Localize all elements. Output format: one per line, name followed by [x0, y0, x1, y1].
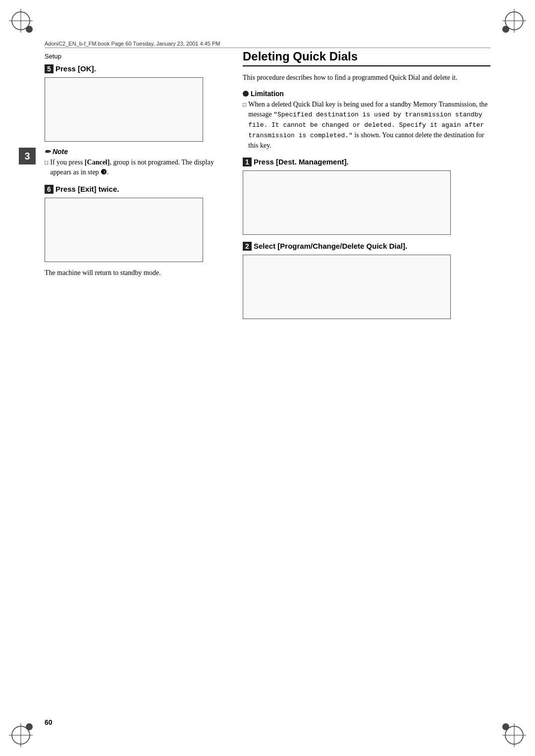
limitation-heading-text: Limitation [251, 90, 284, 98]
checkbox-icon: □ [45, 159, 48, 178]
note-heading: ✏ Note [45, 148, 223, 156]
corner-dot-tl [26, 26, 33, 33]
page: AdoniC2_EN_b-f_FM.book Page 60 Tuesday, … [0, 0, 535, 756]
limitation-body: □ When a deleted Quick Dial key is being… [243, 100, 490, 151]
right-step1-heading: 1 Press [Dest. Management]. [243, 158, 490, 166]
page-number: 60 [45, 718, 53, 726]
left-column: 5 Press [OK]. 3 ✏ Note □ If you press [C… [45, 64, 223, 278]
right-step1-number: 1 [243, 158, 252, 166]
header-file-info: AdoniC2_EN_b-f_FM.book Page 60 Tuesday, … [45, 41, 490, 48]
screen-box-step5 [45, 77, 203, 142]
screen-box-step2-right [243, 255, 451, 319]
corner-dot-tr [502, 26, 509, 33]
standby-text: The machine will return to standby mode. [45, 268, 223, 278]
limitation-text: When a deleted Quick Dial key is being u… [248, 100, 490, 151]
limitation-heading: Limitation [243, 90, 490, 98]
step6-area: 6 Press [Exit] twice. The machine will r… [45, 185, 223, 278]
right-step2-number: 2 [243, 242, 252, 251]
note-text: If you press [Cancel], group is not prog… [50, 158, 223, 178]
intro-text: This procedure describes how to find a p… [243, 72, 490, 83]
step-ref-bold: ❸ [101, 168, 107, 176]
corner-dot-bl [26, 723, 33, 730]
right-step2-label: Select [Program/Change/Delete Quick Dial… [254, 242, 407, 250]
section-text: Setup [45, 53, 61, 60]
limitation-code: "Spec­ified destination is used by trans… [248, 111, 484, 139]
screen-box-step1-right [243, 170, 451, 235]
step5-number: 5 [45, 64, 54, 73]
bullet-icon [243, 91, 249, 97]
right-step1-label: Press [Dest. Management]. [254, 158, 349, 166]
step3-sidebar-area: 3 ✏ Note □ If you press [Cancel], group … [45, 148, 223, 178]
step3-sidebar-number: 3 [24, 151, 30, 162]
note-body: □ If you press [Cancel], group is not pr… [45, 158, 223, 178]
corner-dot-br [502, 723, 509, 730]
screen-box-step6 [45, 198, 203, 262]
right-column: Deleting Quick Dials This procedure desc… [243, 50, 490, 325]
cancel-bold: [Cancel] [85, 159, 110, 166]
note-icon: ✏ [45, 148, 53, 156]
right-step2: 2 Select [Program/Change/Delete Quick Di… [243, 242, 490, 319]
right-step2-heading: 2 Select [Program/Change/Delete Quick Di… [243, 242, 490, 251]
right-step1: 1 Press [Dest. Management]. [243, 158, 490, 235]
step6-heading: 6 Press [Exit] twice. [45, 185, 223, 194]
section-label: Setup [45, 53, 61, 60]
limitation-checkbox-icon: □ [243, 101, 246, 151]
section-title: Deleting Quick Dials [243, 50, 490, 66]
step6-number: 6 [45, 185, 54, 194]
file-info-text: AdoniC2_EN_b-f_FM.book Page 60 Tuesday, … [45, 41, 220, 47]
step3-sidebar-marker: 3 [19, 148, 36, 164]
step5-label: Press [OK]. [55, 64, 96, 73]
step6-label: Press [Exit] twice. [55, 185, 119, 193]
note-section: ✏ Note □ If you press [Cancel], group is… [45, 148, 223, 178]
note-heading-text: Note [53, 148, 68, 156]
limitation-section: Limitation □ When a deleted Quick Dial k… [243, 90, 490, 151]
step5-heading: 5 Press [OK]. [45, 64, 223, 73]
